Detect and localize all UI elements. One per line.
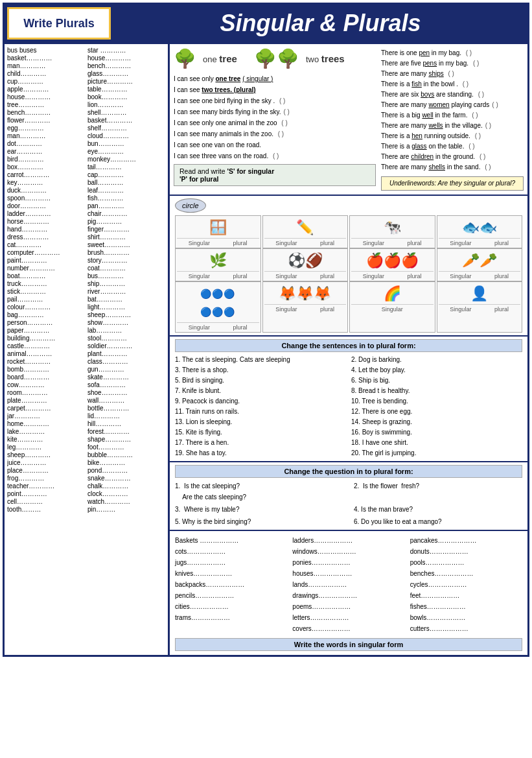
change-sentence-left-item[interactable]: 9. Peacock is dancing.: [175, 396, 346, 407]
word-item-col1[interactable]: home…………: [7, 420, 85, 427]
singular-label8[interactable]: Singular: [450, 273, 471, 279]
word-item-col1[interactable]: juice…………: [7, 459, 85, 466]
bottom-word-item[interactable]: cycles………………: [410, 579, 522, 590]
bottom-word-item[interactable]: donuts………………: [410, 546, 522, 557]
singular-label10[interactable]: Singular: [275, 306, 297, 313]
word-item-col2[interactable]: pig…………: [87, 218, 165, 225]
word-item-col1[interactable]: horse…………: [7, 218, 85, 225]
change-sentence-right-item[interactable]: 14. Sheep is grazing.: [351, 417, 522, 427]
word-item-col1[interactable]: frog…………: [7, 475, 85, 482]
word-item-col1[interactable]: bomb…………: [7, 366, 85, 373]
word-item-col2[interactable]: picture…………: [87, 78, 165, 85]
word-item-col2[interactable]: watch…………: [87, 498, 165, 505]
word-item-col2[interactable]: wall…………: [87, 397, 165, 404]
bottom-word-item[interactable]: letters………………: [292, 612, 404, 623]
singular-label11[interactable]: Singular: [382, 306, 403, 313]
bottom-word-item[interactable]: trams………………: [175, 612, 287, 623]
bottom-word-item[interactable]: pancakes………………: [410, 535, 522, 546]
word-item-col2[interactable]: lid…………: [87, 412, 165, 420]
word-item-col2[interactable]: ball…………: [87, 179, 165, 186]
word-item-col1[interactable]: room…………: [7, 389, 85, 396]
word-item-col2[interactable]: eye…………: [87, 148, 165, 155]
bottom-word-item[interactable]: ladders………………: [292, 535, 404, 546]
change-sentence-left-item[interactable]: 3. There is a shop.: [175, 365, 346, 375]
word-item-col2[interactable]: river…………: [87, 288, 165, 295]
word-item-col2[interactable]: table…………: [87, 86, 165, 93]
word-item-col2[interactable]: star …………: [87, 47, 165, 54]
word-item-col1[interactable]: bench…………: [7, 109, 85, 116]
word-item-col2[interactable]: brush…………: [87, 249, 165, 256]
word-item-col2[interactable]: fish…………: [87, 195, 165, 202]
word-item-col2[interactable]: bike…………: [87, 459, 165, 466]
singular-label3[interactable]: Singular: [363, 240, 384, 246]
word-item-col1[interactable]: truck…………: [7, 280, 85, 287]
change-sentence-left-item[interactable]: 7. Knife is blunt.: [175, 386, 346, 396]
bottom-word-item[interactable]: houses………………: [292, 568, 404, 579]
word-item-col1[interactable]: bird…………: [7, 156, 85, 163]
bottom-word-item[interactable]: knives………………: [175, 568, 287, 579]
word-item-col1[interactable]: boat…………: [7, 272, 85, 279]
word-item-col2[interactable]: bench…………: [87, 62, 165, 69]
word-item-col2[interactable]: foot…………: [87, 444, 165, 451]
question-left-item[interactable]: 3. Where is my table?: [175, 504, 343, 515]
question-right-item[interactable]: 5. Why is the bird singing?: [175, 516, 343, 527]
word-item-col1[interactable]: castle…………: [7, 342, 85, 349]
word-item-col1[interactable]: cell…………: [7, 498, 85, 505]
bottom-word-item[interactable]: ponies………………: [292, 557, 404, 568]
word-item-col1[interactable]: stick…………: [7, 288, 85, 295]
word-item-col1[interactable]: tree…………: [7, 101, 85, 108]
singular-label5[interactable]: Singular: [189, 273, 210, 279]
bottom-word-item[interactable]: windows………………: [292, 546, 404, 557]
word-item-col2[interactable]: lion…………: [87, 101, 165, 108]
word-item-col2[interactable]: bottle…………: [87, 405, 165, 412]
word-item-col1[interactable]: key…………: [7, 179, 85, 186]
bottom-word-item[interactable]: cutters………………: [410, 623, 522, 634]
word-item-col2[interactable]: leaf…………: [87, 187, 165, 194]
question-right-item[interactable]: 6. Do you like to eat a mango?: [354, 516, 522, 527]
word-item-col1[interactable]: bus buses: [7, 47, 85, 54]
word-item-col2[interactable]: pin………: [87, 506, 165, 513]
plural-label2[interactable]: plural: [320, 240, 334, 246]
bottom-word-item[interactable]: bowls………………: [410, 612, 522, 623]
change-sentence-left-item[interactable]: 6. Ship is big.: [351, 375, 522, 386]
bottom-word-item[interactable]: Baskets ………………: [175, 535, 287, 546]
change-sentence-right-item[interactable]: 15. Kite is flying.: [175, 427, 346, 438]
word-item-col1[interactable]: cup…………: [7, 78, 85, 85]
word-item-col2[interactable]: ship…………: [87, 280, 165, 287]
question-right-item[interactable]: 4. Is the man brave?: [354, 504, 522, 515]
bottom-word-item[interactable]: cots………………: [175, 546, 287, 557]
plural-label10[interactable]: plural: [320, 306, 334, 313]
word-item-col2[interactable]: book…………: [87, 93, 165, 101]
word-item-col1[interactable]: man…………: [7, 132, 85, 139]
singular-label12[interactable]: Singular: [450, 306, 471, 313]
plural-label[interactable]: plural: [233, 240, 248, 246]
word-item-col1[interactable]: spoon…………: [7, 195, 85, 202]
bottom-word-item[interactable]: fishes………………: [410, 601, 522, 612]
word-item-col2[interactable]: pond…………: [87, 467, 165, 474]
word-item-col1[interactable]: number…………: [7, 265, 85, 272]
word-item-col1[interactable]: flower…………: [7, 117, 85, 124]
word-item-col2[interactable]: sweet…………: [87, 241, 165, 248]
word-item-col2[interactable]: bun…………: [87, 140, 165, 147]
word-item-col1[interactable]: paint…………: [7, 257, 85, 264]
bottom-word-item[interactable]: covers………………: [292, 623, 404, 634]
plural-label8[interactable]: plural: [494, 273, 509, 279]
word-item-col1[interactable]: duck…………: [7, 187, 85, 194]
word-item-col1[interactable]: tooth………: [7, 506, 85, 513]
word-item-col1[interactable]: house…………: [7, 93, 85, 101]
word-item-col2[interactable]: glass…………: [87, 70, 165, 77]
bottom-word-item[interactable]: pencils………………: [175, 590, 287, 601]
word-item-col2[interactable]: clock…………: [87, 490, 165, 497]
word-item-col1[interactable]: building…………: [7, 335, 85, 342]
change-sentence-left-item[interactable]: 10. Tree is bending.: [351, 396, 522, 407]
word-item-col2[interactable]: cloud…………: [87, 132, 165, 139]
word-item-col2[interactable]: shoe…………: [87, 389, 165, 396]
word-item-col1[interactable]: leg…………: [7, 444, 85, 451]
word-item-col2[interactable]: house…………: [87, 54, 165, 62]
change-sentence-right-item[interactable]: 20. The girl is jumping.: [351, 448, 522, 458]
question-left-item[interactable]: 1. Is the cat sleeping? Are the cats sle…: [175, 480, 343, 503]
singular-label9[interactable]: Singular: [189, 324, 210, 331]
word-item-col1[interactable]: lake…………: [7, 428, 85, 435]
word-item-col2[interactable]: class…………: [87, 358, 165, 365]
word-item-col2[interactable]: lab…………: [87, 327, 165, 334]
